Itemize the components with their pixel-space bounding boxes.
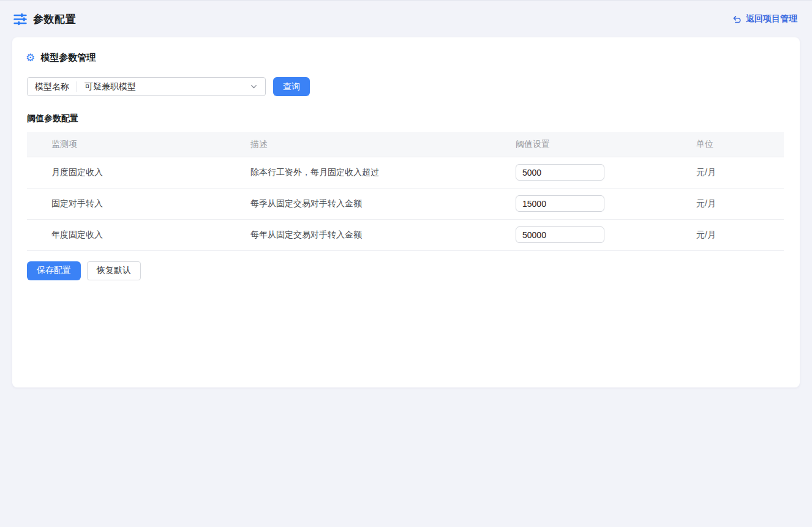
description-cell: 除本行工资外，每月固定收入超过	[250, 157, 516, 188]
table-header-row: 监测项 描述 阈值设置 单位	[27, 132, 784, 157]
section-title-label: 模型参数管理	[40, 52, 96, 64]
unit-cell: 元/月	[696, 219, 784, 250]
table-row: 固定对手转入 每季从固定交易对手转入金额 元/月	[27, 188, 784, 219]
monitor-item-cell: 年度固定收入	[27, 219, 250, 250]
description-cell: 每季从固定交易对手转入金额	[250, 188, 516, 219]
column-header-description: 描述	[250, 132, 516, 157]
monitor-item-cell: 固定对手转入	[27, 188, 250, 219]
return-arrow-icon	[732, 15, 742, 24]
actions-row: 保存配置 恢复默认	[27, 261, 785, 280]
threshold-cell	[516, 219, 696, 250]
page-title: 参数配置	[33, 12, 76, 26]
save-config-button[interactable]: 保存配置	[27, 261, 81, 280]
query-form-row: 模型名称 可疑兼职模型 查询	[27, 77, 785, 96]
model-name-value: 可疑兼职模型	[77, 81, 250, 92]
back-link-label: 返回项目管理	[746, 13, 797, 24]
threshold-input[interactable]	[516, 164, 604, 181]
threshold-input[interactable]	[516, 226, 604, 243]
monitor-item-cell: 月度固定收入	[27, 157, 250, 188]
column-header-unit: 单位	[696, 132, 784, 157]
threshold-cell	[516, 157, 696, 188]
description-cell: 每年从固定交易对手转入金额	[250, 219, 516, 250]
threshold-section-title: 阈值参数配置	[27, 113, 785, 124]
table-row: 年度固定收入 每年从固定交易对手转入金额 元/月	[27, 219, 784, 250]
gear-icon: ⚙	[26, 53, 35, 63]
query-button[interactable]: 查询	[273, 77, 310, 96]
section-title: ⚙ 模型参数管理	[26, 52, 785, 64]
chevron-down-icon	[250, 83, 258, 91]
reset-default-button[interactable]: 恢复默认	[87, 261, 141, 280]
back-to-project-link[interactable]: 返回项目管理	[732, 13, 797, 24]
threshold-input[interactable]	[516, 195, 604, 212]
sliders-icon	[13, 13, 27, 26]
topbar-left: 参数配置	[13, 12, 76, 26]
threshold-cell	[516, 188, 696, 219]
table-row: 月度固定收入 除本行工资外，每月固定收入超过 元/月	[27, 157, 784, 188]
model-name-label: 模型名称	[28, 81, 77, 92]
unit-cell: 元/月	[696, 157, 784, 188]
unit-cell: 元/月	[696, 188, 784, 219]
topbar: 参数配置 返回项目管理	[0, 1, 812, 37]
threshold-table: 监测项 描述 阈值设置 单位 月度固定收入 除本行工资外，每月固定收入超过 元/…	[27, 132, 784, 251]
column-header-threshold: 阈值设置	[516, 132, 696, 157]
model-params-card: ⚙ 模型参数管理 模型名称 可疑兼职模型 查询 阈值参数配置 监测项 描述 阈值…	[12, 37, 800, 387]
model-name-select[interactable]: 模型名称 可疑兼职模型	[27, 77, 266, 96]
column-header-item: 监测项	[27, 132, 250, 157]
